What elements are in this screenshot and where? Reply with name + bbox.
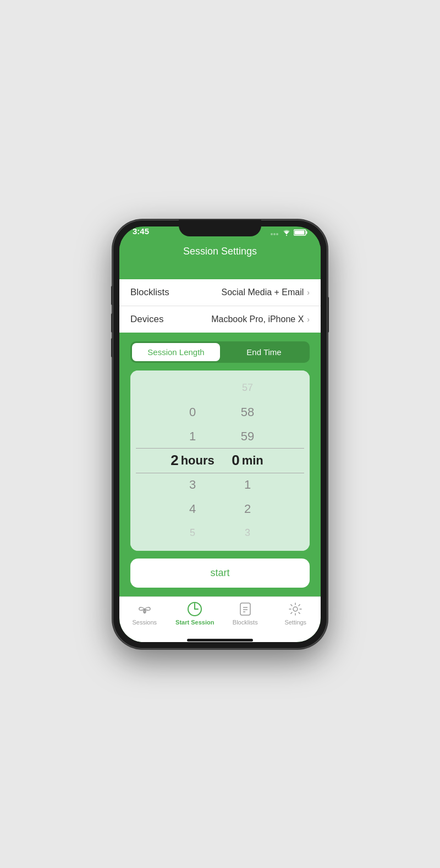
- phone-screen: 3:45: [119, 226, 321, 642]
- green-header: Session Settings: [119, 239, 321, 279]
- tab-switcher: Session Length End Time: [130, 341, 310, 363]
- nav-item-start-session[interactable]: Start Session: [170, 601, 221, 626]
- hours-selected: 2 hours: [165, 452, 220, 469]
- picker-row-5: 5 3: [130, 521, 310, 545]
- picker-row-4: 4 2: [130, 497, 310, 521]
- svg-point-3: [286, 235, 287, 236]
- hours-5: 5: [165, 527, 220, 539]
- nav-item-blocklists[interactable]: Blocklists: [220, 601, 271, 626]
- devices-chevron: ›: [307, 315, 310, 324]
- devices-row[interactable]: Devices Macbook Pro, iPhone X ›: [119, 306, 321, 333]
- mins-0: 57: [220, 382, 275, 394]
- mins-2: 59: [220, 429, 275, 444]
- mins-5: 3: [220, 527, 275, 539]
- picker-row-2: 1 59: [130, 424, 310, 449]
- selected-hours-value: 2: [170, 452, 178, 469]
- blocklists-nav-icon: [238, 601, 253, 617]
- blocklists-value: Social Media + Email ›: [221, 288, 310, 297]
- devices-value: Macbook Pro, iPhone X ›: [211, 314, 310, 324]
- nav-item-sessions[interactable]: Sessions: [119, 601, 170, 626]
- svg-point-2: [276, 233, 278, 235]
- picker-row-3: 3 1: [130, 473, 310, 497]
- svg-rect-10: [240, 603, 250, 615]
- mins-selected: 0 min: [220, 452, 275, 469]
- green-middle: Session Length End Time 57: [119, 333, 321, 596]
- selected-mins-value: 0: [232, 452, 239, 469]
- svg-point-11: [293, 607, 298, 611]
- picker-row-1: 0 58: [130, 400, 310, 424]
- battery-icon: [294, 229, 307, 236]
- mins-1: 58: [220, 405, 275, 419]
- hours-2: 1: [165, 429, 220, 444]
- svg-rect-5: [306, 231, 307, 234]
- selected-hours-unit: hours: [181, 454, 215, 468]
- page-title: Session Settings: [183, 246, 257, 257]
- nav-label-blocklists: Blocklists: [233, 619, 258, 626]
- bottom-nav: Sessions Start Session: [119, 596, 321, 637]
- svg-point-0: [271, 233, 273, 235]
- settings-nav-icon: [288, 601, 303, 617]
- hours-1: 0: [165, 405, 220, 419]
- mins-3: 1: [220, 478, 275, 492]
- tab-end-time[interactable]: End Time: [220, 343, 308, 361]
- wifi-icon: [282, 229, 291, 236]
- settings-section: Blocklists Social Media + Email › Device…: [119, 279, 321, 333]
- home-indicator: [187, 639, 253, 642]
- picker-row-selected: 2 hours 0 min: [130, 449, 310, 473]
- hours-4: 4: [165, 502, 220, 516]
- selected-mins-unit: min: [242, 454, 263, 468]
- notch: [179, 220, 261, 236]
- nav-label-start-session: Start Session: [175, 619, 214, 626]
- hours-3: 3: [165, 478, 220, 492]
- tab-session-length[interactable]: Session Length: [132, 343, 220, 361]
- start-session-icon: [187, 601, 202, 617]
- signal-icon: [271, 229, 279, 236]
- blocklists-label: Blocklists: [130, 287, 169, 298]
- nav-item-settings[interactable]: Settings: [271, 601, 321, 626]
- blocklists-row[interactable]: Blocklists Social Media + Email ›: [119, 279, 321, 306]
- picker-row-0: 57: [130, 376, 310, 400]
- phone-frame: 3:45: [113, 220, 327, 649]
- blocklists-chevron: ›: [307, 288, 310, 297]
- picker-container[interactable]: 57 0 58 1: [130, 371, 310, 551]
- devices-label: Devices: [130, 314, 163, 325]
- picker-rows: 57 0 58 1: [130, 376, 310, 545]
- svg-rect-6: [295, 230, 305, 234]
- mins-4: 2: [220, 502, 275, 516]
- svg-point-1: [273, 233, 276, 235]
- sessions-icon: [137, 601, 152, 617]
- nav-label-settings: Settings: [284, 619, 306, 626]
- nav-label-sessions: Sessions: [132, 619, 157, 626]
- start-button[interactable]: start: [130, 559, 310, 588]
- time-display: 3:45: [133, 226, 149, 236]
- status-icons: [271, 229, 307, 236]
